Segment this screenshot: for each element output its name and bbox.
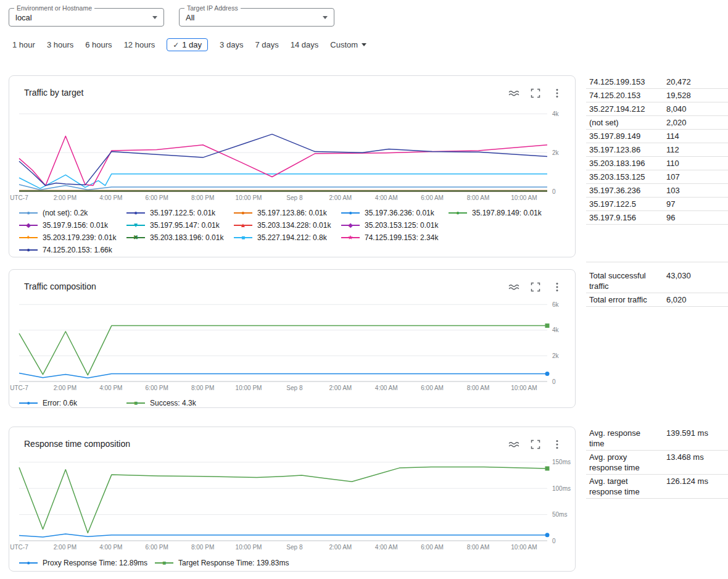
svg-text:10:00 PM: 10:00 PM	[236, 385, 262, 391]
svg-text:8:00 PM: 8:00 PM	[191, 194, 214, 201]
legend-label: 35.203.179.239: 0.01k	[43, 233, 116, 242]
series-marker-icon: ◆	[341, 222, 360, 229]
environment-select[interactable]: Environment or Hostname local	[9, 8, 164, 27]
row-value: 20,472	[666, 77, 691, 87]
row-label: 35.203.183.196	[589, 158, 653, 169]
legend-item-35-197-95-147[interactable]: ▼35.197.95.147: 0.01k	[126, 221, 234, 230]
svg-text:6k: 6k	[552, 301, 560, 308]
table-row: Avg. target response time126.124 ms	[586, 475, 728, 499]
more-options-icon[interactable]	[552, 281, 563, 293]
row-value: 43,030	[666, 270, 691, 281]
svg-text:0: 0	[552, 378, 556, 385]
legend-label: 35.203.183.196: 0.01k	[150, 233, 223, 242]
series-marker-icon: ★	[341, 234, 360, 241]
table-row: Total successful traffic43,030	[586, 269, 728, 293]
legend-label: 35.203.134.228: 0.01k	[257, 221, 331, 230]
filter-bar: Environment or Hostname local Target IP …	[9, 8, 334, 27]
row-label: 74.125.20.153	[589, 90, 653, 101]
legend-item-35-197-122-5[interactable]: ●35.197.122.5: 0.01k	[126, 209, 234, 217]
compare-icon[interactable]	[508, 88, 519, 99]
row-value: 13.468 ms	[666, 452, 704, 462]
time-range-custom[interactable]: Custom	[330, 40, 366, 49]
legend-item-74-125-20-153[interactable]: ●74.125.20.153: 1.66k	[19, 246, 126, 254]
svg-text:6:00 AM: 6:00 AM	[421, 544, 444, 551]
svg-text:50ms: 50ms	[552, 511, 567, 518]
legend-item-35-203-134-228[interactable]: ▲35.203.134.228: 0.01k	[234, 221, 341, 230]
legend-label: 35.197.9.156: 0.01k	[43, 221, 108, 230]
traffic-by-target-legend: ●(not set): 0.2k●35.197.122.5: 0.01k●35.…	[19, 207, 570, 256]
card-actions	[508, 439, 563, 450]
time-range-1-day[interactable]: ✓1 day	[167, 38, 208, 51]
svg-text:6:00 AM: 6:00 AM	[421, 385, 444, 391]
legend-item-proxy-response-time[interactable]: ●Proxy Response Time: 12.89ms	[19, 559, 155, 567]
card-title: Traffic composition	[24, 281, 508, 291]
row-value: 103	[666, 185, 680, 196]
svg-text:100ms: 100ms	[552, 485, 571, 492]
time-range-6-hours[interactable]: 6 hours	[85, 40, 112, 49]
response-time-composition-legend: ●Proxy Response Time: 12.89ms■Target Res…	[19, 557, 570, 569]
time-range-1-hour[interactable]: 1 hour	[12, 40, 35, 49]
legend-item-35-197-89-149[interactable]: ●35.197.89.149: 0.01k	[449, 209, 556, 217]
more-options-icon[interactable]	[552, 88, 563, 99]
target-ip-select-value: All	[186, 13, 323, 22]
fullscreen-icon[interactable]	[530, 88, 541, 99]
svg-text:2:00 PM: 2:00 PM	[54, 194, 77, 201]
table-row: Avg. response time139.591 ms	[586, 427, 728, 451]
legend-item-35-197-9-156[interactable]: ◆35.197.9.156: 0.01k	[19, 221, 126, 230]
legend-label: 35.203.153.125: 0.01k	[365, 221, 438, 230]
time-range-14-days[interactable]: 14 days	[291, 40, 319, 49]
row-value: 97	[666, 199, 675, 209]
svg-text:8:00 PM: 8:00 PM	[191, 544, 214, 551]
compare-icon[interactable]	[508, 439, 519, 450]
series-marker-icon: ●	[341, 209, 360, 217]
legend-item-74-125-199-153[interactable]: ★74.125.199.153: 2.34k	[341, 233, 449, 242]
legend-item-35-203-153-125[interactable]: ◆35.203.153.125: 0.01k	[341, 221, 449, 230]
more-options-icon[interactable]	[552, 439, 563, 450]
traffic-composition-chart[interactable]: 02k4k6kUTC-72:00 PM4:00 PM6:00 PM8:00 PM…	[9, 294, 576, 397]
svg-text:UTC-7: UTC-7	[10, 544, 28, 551]
svg-text:4k: 4k	[552, 110, 560, 117]
table-row: 74.125.20.15319,528	[586, 89, 728, 102]
traffic-by-target-chart[interactable]: 02k4kUTC-72:00 PM4:00 PM6:00 PM8:00 PM10…	[9, 103, 576, 207]
svg-text:2:00 PM: 2:00 PM	[54, 385, 77, 391]
legend-item-35-197-123-86[interactable]: ●35.197.123.86: 0.01k	[234, 209, 341, 217]
compare-icon[interactable]	[508, 281, 519, 293]
row-label: 74.125.199.153	[589, 77, 653, 87]
row-value: 96	[666, 212, 675, 223]
svg-text:2k: 2k	[552, 149, 560, 156]
row-label: 35.197.123.86	[589, 144, 653, 155]
svg-text:2:00 AM: 2:00 AM	[329, 385, 352, 391]
legend-item-target-response-time[interactable]: ■Target Response Time: 139.83ms	[155, 559, 291, 567]
fullscreen-icon[interactable]	[530, 281, 541, 293]
card-header: Response time composition	[9, 427, 575, 450]
target-ip-select[interactable]: Target IP Address All	[179, 8, 334, 27]
legend-item--not-set-[interactable]: ●(not set): 0.2k	[19, 209, 126, 217]
traffic-by-target-card: Traffic by target 02k4kUTC-72:00 PM4:00 …	[9, 75, 576, 257]
card-header: Traffic composition	[9, 270, 575, 293]
response-time-composition-chart[interactable]: 050ms100ms150msUTC-72:00 PM4:00 PM6:00 P…	[9, 453, 576, 557]
svg-text:2:00 PM: 2:00 PM	[54, 544, 77, 551]
time-range-12-hours[interactable]: 12 hours	[124, 40, 155, 49]
legend-item-35-203-179-239[interactable]: ✦35.203.179.239: 0.01k	[19, 233, 126, 242]
svg-text:4:00 PM: 4:00 PM	[99, 194, 122, 201]
time-range-3-hours[interactable]: 3 hours	[47, 40, 73, 49]
svg-text:4:00 AM: 4:00 AM	[375, 544, 398, 551]
fullscreen-icon[interactable]	[530, 439, 541, 450]
series-marker-icon: ▲	[234, 222, 252, 229]
row-label: 35.197.89.149	[589, 131, 653, 141]
table-row: 35.227.194.2128,040	[586, 102, 728, 116]
table-row: 74.125.199.15320,472	[586, 75, 728, 89]
row-value: 6,020	[666, 294, 687, 305]
svg-text:8:00 AM: 8:00 AM	[467, 544, 490, 551]
legend-item-35-203-183-196[interactable]: ✖35.203.183.196: 0.01k	[126, 233, 234, 242]
legend-label: Error: 0.6k	[43, 399, 77, 407]
legend-item-success[interactable]: ■Success: 4.3k	[126, 399, 234, 407]
svg-text:6:00 PM: 6:00 PM	[146, 544, 168, 551]
time-range-7-days[interactable]: 7 days	[255, 40, 278, 49]
legend-item-35-197-36-236[interactable]: ●35.197.36.236: 0.01k	[341, 209, 449, 217]
row-value: 19,528	[666, 90, 691, 101]
legend-item-35-227-194-212[interactable]: ■35.227.194.212: 0.8k	[234, 233, 341, 242]
time-range-3-days[interactable]: 3 days	[220, 40, 243, 49]
series-marker-icon: ▼	[126, 222, 145, 229]
legend-item-error[interactable]: ●Error: 0.6k	[19, 399, 126, 407]
